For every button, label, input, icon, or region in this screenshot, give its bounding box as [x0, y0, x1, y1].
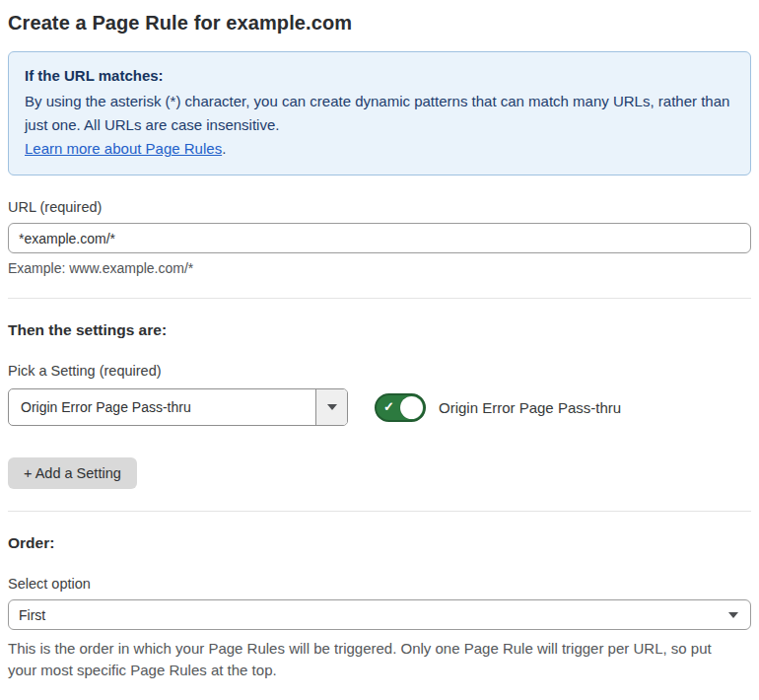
add-setting-button[interactable]: + Add a Setting — [8, 457, 137, 489]
setting-select-value: Origin Error Page Pass-thru — [9, 389, 315, 425]
chevron-down-icon — [327, 404, 337, 410]
divider — [8, 298, 751, 299]
page-title: Create a Page Rule for example.com — [8, 12, 751, 35]
info-box-heading: If the URL matches: — [25, 64, 734, 88]
order-select-label: Select option — [8, 576, 751, 592]
url-input[interactable] — [8, 223, 751, 253]
setting-select-arrow-button[interactable] — [315, 389, 347, 425]
info-box-link-line: Learn more about Page Rules. — [25, 137, 734, 161]
order-section-heading: Order: — [8, 534, 751, 552]
order-select[interactable]: First — [8, 599, 751, 630]
toggle-knob — [400, 396, 423, 419]
setting-row: Origin Error Page Pass-thru ✓ Origin Err… — [8, 388, 751, 426]
pick-setting-label: Pick a Setting (required) — [8, 363, 751, 379]
toggle-label: Origin Error Page Pass-thru — [439, 399, 621, 416]
page-rule-form: Create a Page Rule for example.com If th… — [0, 0, 759, 700]
divider — [8, 511, 751, 512]
check-icon: ✓ — [383, 399, 394, 414]
origin-error-toggle[interactable]: ✓ — [375, 393, 426, 422]
info-box-body: By using the asterisk (*) character, you… — [25, 90, 734, 137]
settings-section-heading: Then the settings are: — [8, 321, 751, 339]
setting-select[interactable]: Origin Error Page Pass-thru — [8, 388, 348, 426]
learn-more-link[interactable]: Learn more about Page Rules — [25, 140, 222, 157]
url-match-info-box: If the URL matches: By using the asteris… — [8, 51, 751, 175]
link-period: . — [222, 140, 226, 157]
url-example-hint: Example: www.example.com/* — [8, 260, 751, 276]
order-select-value: First — [19, 607, 728, 623]
chevron-down-icon — [728, 612, 738, 618]
url-field-label: URL (required) — [8, 199, 751, 215]
order-help-text: This is the order in which your Page Rul… — [8, 638, 742, 681]
